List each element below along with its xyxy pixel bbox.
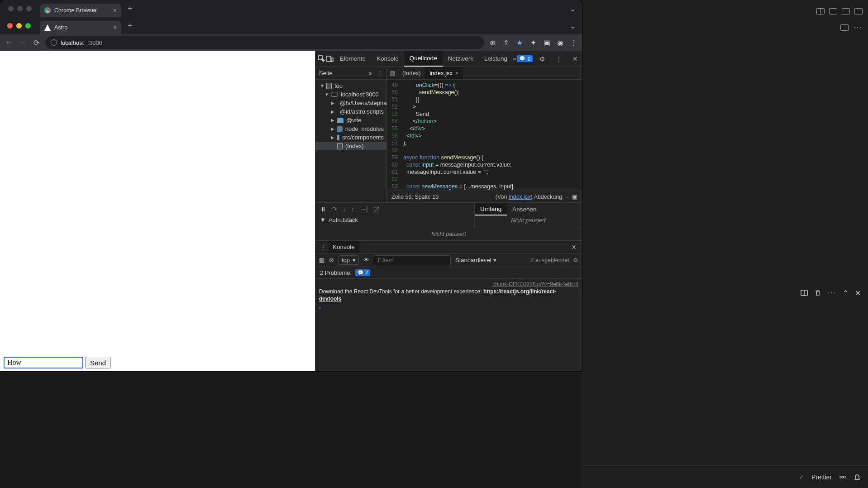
- coverage-info: (Von index.jsx) Abdeckung: –: [496, 194, 568, 200]
- tab-netzwerk[interactable]: Netzwerk: [443, 51, 479, 67]
- toggle-navigator-icon[interactable]: ▥: [387, 70, 398, 77]
- drawer-menu-icon[interactable]: ⋮: [318, 244, 328, 251]
- inspect-icon[interactable]: [318, 53, 325, 64]
- svg-rect-5: [331, 58, 333, 62]
- editor-tab-index-jsx[interactable]: index.jsx×: [425, 67, 463, 79]
- vscode-status-bar: ✓ Prettier: [582, 465, 868, 488]
- extensions-icon[interactable]: ✦: [529, 39, 537, 46]
- outer-tab-chrome[interactable]: Chrome Browser ×: [40, 4, 121, 17]
- issues-badge[interactable]: 💬 2: [517, 55, 532, 62]
- forward-button[interactable]: →: [18, 38, 27, 47]
- sidepanel-icon[interactable]: ▣: [543, 39, 550, 46]
- tab-konsole[interactable]: Konsole: [371, 51, 404, 67]
- layout-icon[interactable]: [842, 8, 850, 14]
- close-icon[interactable]: ✕: [570, 53, 581, 64]
- tree-file-index[interactable]: (Index): [315, 142, 386, 150]
- new-tab-button[interactable]: +: [124, 4, 136, 14]
- tree-folder[interactable]: ▶@fs/Users/stepha: [315, 99, 386, 107]
- step-into-icon[interactable]: ↓: [343, 206, 346, 213]
- bookmark-star-icon[interactable]: ★: [516, 39, 523, 46]
- tab-astro[interactable]: Astro ×: [40, 21, 121, 34]
- zoom-icon[interactable]: ⊕: [489, 39, 496, 46]
- chevron-up-icon[interactable]: ⌃: [843, 289, 849, 297]
- tree-folder[interactable]: ▶@id/astro:scripts: [315, 107, 386, 116]
- layout-grid-icon[interactable]: [854, 8, 863, 14]
- tab-leistung[interactable]: Leistung: [479, 51, 513, 67]
- split-editor-icon[interactable]: [840, 24, 849, 31]
- scope-tabs: Umfang Ansehen: [475, 203, 582, 215]
- chat-input[interactable]: [4, 357, 83, 368]
- live-expression-icon[interactable]: 👁: [363, 257, 369, 263]
- window-controls[interactable]: [7, 23, 31, 29]
- reload-button[interactable]: ⟳: [32, 38, 41, 47]
- close-icon[interactable]: ×: [455, 70, 458, 77]
- settings-gear-icon[interactable]: ⚙: [537, 53, 548, 64]
- tab-quellcode[interactable]: Quellcode: [404, 51, 443, 67]
- address-bar: ← → ⟳ localhost:3000 ⊕ ⇪ ★ ✦ ▣ ◉ ⋮: [0, 34, 582, 51]
- console-sidebar-icon[interactable]: ▥: [319, 257, 324, 263]
- trash-icon[interactable]: [814, 289, 821, 297]
- console-drawer: ⋮ Konsole ✕ ▥ ⊘ top▾ 👁 Standardlevel▾ 2 …: [315, 240, 582, 313]
- share-icon[interactable]: ⇪: [502, 39, 510, 46]
- profile-icon[interactable]: ◉: [557, 39, 564, 46]
- more-icon[interactable]: ···: [828, 289, 836, 297]
- console-settings-icon[interactable]: ⚙: [573, 257, 578, 263]
- tabs-overflow-icon[interactable]: ⌄: [570, 22, 576, 30]
- more-icon[interactable]: » ⋮: [369, 70, 383, 77]
- back-button[interactable]: ←: [5, 38, 14, 47]
- kebab-menu-icon[interactable]: ⋮: [553, 53, 564, 64]
- menu-icon[interactable]: ⋮: [570, 39, 577, 46]
- tree-folder[interactable]: ▶node_modules: [315, 124, 386, 133]
- tree-root[interactable]: ▼top: [315, 81, 386, 90]
- log-level-selector[interactable]: Standardlevel▾: [455, 257, 496, 263]
- hidden-count[interactable]: 2 ausgeblendet: [531, 257, 570, 263]
- split-panel-icon[interactable]: [801, 289, 808, 297]
- step-over-icon[interactable]: ↷: [332, 206, 337, 213]
- clear-console-icon[interactable]: ⊘: [329, 257, 334, 263]
- more-tabs-icon[interactable]: »: [513, 53, 516, 64]
- code-editor[interactable]: 4950515253545556575859606162636465666768…: [387, 80, 582, 191]
- file-tree-tab[interactable]: Seite: [319, 70, 333, 77]
- callstack-header[interactable]: ▼Aufrufstack: [315, 215, 474, 224]
- coverage-toggle-icon[interactable]: ▣: [572, 193, 577, 200]
- tab-umfang[interactable]: Umfang: [475, 203, 507, 215]
- new-tab-button[interactable]: +: [124, 21, 136, 31]
- device-toolbar-icon[interactable]: [326, 53, 334, 64]
- close-icon[interactable]: ✕: [855, 289, 861, 297]
- tab-konsole-drawer[interactable]: Konsole: [328, 241, 359, 253]
- pause-icon[interactable]: ⏸: [320, 206, 326, 213]
- tree-folder[interactable]: ▶@vite: [315, 116, 386, 124]
- source-map-link[interactable]: index.jsx: [509, 194, 531, 200]
- tab-elemente[interactable]: Elemente: [334, 51, 371, 67]
- close-icon[interactable]: ×: [113, 7, 117, 14]
- layout-icon[interactable]: [829, 8, 837, 14]
- maximize-window-button[interactable]: [25, 23, 31, 29]
- problems-row[interactable]: 2 Probleme: 💬 2: [315, 267, 582, 279]
- context-selector[interactable]: top▾: [339, 255, 359, 265]
- tabs-overflow-icon[interactable]: ⌄: [570, 5, 576, 13]
- tab-ansehen[interactable]: Ansehen: [507, 203, 542, 215]
- deactivate-breakpoints-icon[interactable]: ⬚̸: [373, 206, 379, 213]
- tree-folder[interactable]: ▶src/components: [315, 133, 386, 142]
- step-out-icon[interactable]: ↑: [351, 206, 354, 213]
- step-icon[interactable]: →|: [360, 206, 368, 213]
- message-source-link[interactable]: chunk-DFKQJ226.js?v=9e6b4e8c:8: [319, 281, 578, 288]
- bell-icon[interactable]: [854, 474, 861, 481]
- close-window-button[interactable]: [7, 23, 13, 29]
- tree-host[interactable]: ▼localhost:3000: [315, 90, 386, 99]
- broadcast-icon[interactable]: [839, 474, 846, 481]
- url-input[interactable]: localhost:3000: [45, 36, 484, 49]
- site-info-icon[interactable]: [51, 39, 57, 46]
- prettier-status[interactable]: Prettier: [811, 474, 832, 481]
- more-icon[interactable]: ···: [854, 24, 863, 32]
- send-button[interactable]: Send: [85, 357, 111, 368]
- console-prompt[interactable]: ›: [319, 302, 578, 311]
- close-icon[interactable]: ×: [114, 24, 117, 31]
- file-tree: Seite » ⋮ ▼top ▼localhost:3000 ▶@fs/User…: [315, 67, 387, 202]
- svg-point-2: [842, 476, 844, 478]
- editor-tab-index[interactable]: (Index): [398, 67, 425, 79]
- close-icon[interactable]: ✕: [568, 244, 579, 251]
- minimize-window-button[interactable]: [16, 23, 22, 29]
- layout-icon[interactable]: [816, 8, 825, 14]
- console-filter-input[interactable]: [374, 255, 451, 265]
